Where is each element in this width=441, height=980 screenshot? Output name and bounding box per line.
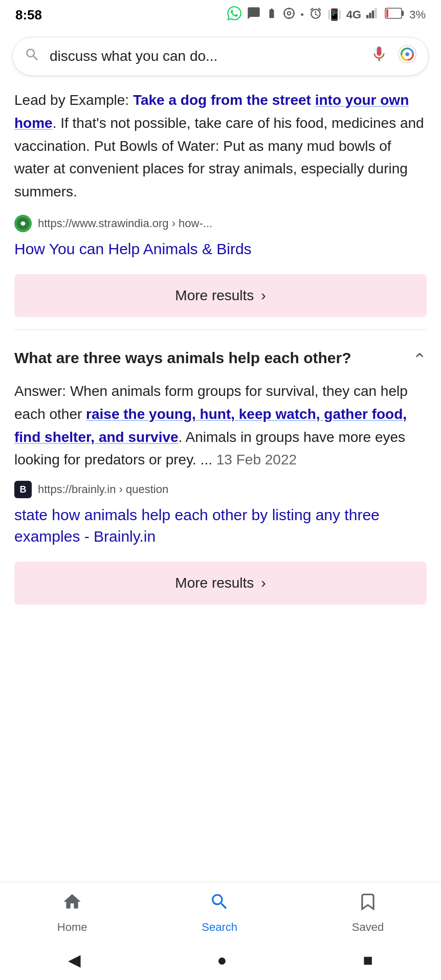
- faq-collapse-icon[interactable]: ⌃: [412, 349, 427, 370]
- google-lens-icon[interactable]: [398, 44, 417, 68]
- result1-body: . If that's not possible, take care of h…: [14, 115, 424, 199]
- svg-rect-3: [369, 13, 371, 18]
- svg-point-10: [405, 52, 409, 56]
- search-nav-icon: [209, 892, 230, 917]
- faq-source-row: B https://brainly.in › question: [14, 481, 427, 498]
- recents-button[interactable]: ■: [363, 951, 373, 970]
- result1-prefix: Lead by Example:: [14, 92, 133, 108]
- whatsapp-icon: [227, 6, 241, 24]
- faq-favicon: B: [14, 481, 32, 498]
- svg-rect-8: [386, 9, 388, 17]
- saved-icon: [358, 892, 378, 917]
- status-icons: • 📳 4G 3%: [227, 6, 426, 24]
- home-icon: [62, 892, 82, 917]
- search-nav-label: Search: [202, 921, 237, 934]
- result1-source-row: https://www.strawindia.org › how-...: [14, 215, 427, 232]
- battery-icon: [266, 8, 277, 22]
- voice-search-icon[interactable]: [370, 45, 388, 68]
- bottom-nav-saved[interactable]: Saved: [352, 892, 384, 934]
- battery-percent-text: 3%: [409, 8, 426, 21]
- battery-percent-icon: [385, 8, 404, 22]
- android-nav-bar: ◀ ● ■: [0, 941, 441, 980]
- status-bar: 8:58 • 📳: [0, 0, 441, 29]
- alarm-icon: [309, 7, 322, 23]
- section-divider: [14, 329, 427, 330]
- more-results-button-1[interactable]: More results ›: [14, 274, 427, 317]
- svg-rect-2: [366, 15, 368, 18]
- faq-question-row[interactable]: What are three ways animals help each ot…: [14, 342, 427, 380]
- faq-answer-date: 13 Feb 2022: [216, 452, 297, 467]
- bottom-nav-home[interactable]: Home: [57, 892, 87, 934]
- notification-dot: •: [301, 10, 304, 20]
- results-container: Lead by Example: Take a dog from the str…: [0, 84, 441, 605]
- faq-result-link[interactable]: state how animals help each other by lis…: [14, 504, 427, 547]
- bottom-nav-tabs: Home Search Saved: [0, 882, 441, 941]
- faq-question-text: What are three ways animals help each ot…: [14, 347, 402, 369]
- home-label: Home: [57, 921, 87, 934]
- messages-icon: [247, 6, 261, 24]
- more-results-button-2[interactable]: More results ›: [14, 562, 427, 605]
- vibrate-icon: 📳: [327, 8, 341, 21]
- result1-favicon: [14, 215, 32, 232]
- svg-point-1: [284, 8, 294, 18]
- svg-rect-4: [372, 11, 374, 18]
- faq-source-url: https://brainly.in › question: [38, 483, 168, 496]
- search-icon: [24, 47, 40, 66]
- result1-link[interactable]: How You can Help Animals & Birds: [14, 238, 427, 260]
- result1-highlight-take-dog: Take a dog from the street: [133, 92, 315, 108]
- svg-rect-7: [402, 11, 404, 16]
- svg-rect-5: [374, 8, 377, 18]
- svg-point-0: [287, 12, 291, 15]
- more-results-chevron-1: ›: [261, 287, 266, 304]
- status-time: 8:58: [15, 7, 42, 23]
- more-results-chevron-2: ›: [261, 575, 266, 591]
- signal-icon: 4G: [346, 8, 361, 21]
- bottom-nav-search[interactable]: Search: [202, 892, 237, 934]
- search-bar[interactable]: discuss what you can do...: [12, 37, 429, 76]
- back-button[interactable]: ◀: [68, 950, 81, 970]
- faq-item: What are three ways animals help each ot…: [14, 342, 427, 605]
- result1-snippet: Lead by Example: Take a dog from the str…: [14, 89, 427, 204]
- search-query-text: discuss what you can do...: [50, 48, 361, 64]
- saved-label: Saved: [352, 921, 384, 934]
- location-icon: [282, 7, 296, 23]
- more-results-label-1: More results: [175, 287, 254, 304]
- faq-answer-text: Answer: When animals form groups for sur…: [14, 380, 427, 472]
- more-results-label-2: More results: [175, 575, 254, 591]
- network-icon: [366, 8, 380, 22]
- svg-point-12: [21, 221, 25, 226]
- result1-source-url: https://www.strawindia.org › how-...: [38, 217, 212, 230]
- search-bar-container: discuss what you can do...: [0, 29, 441, 84]
- home-button[interactable]: ●: [217, 951, 227, 970]
- bottom-navigation: Home Search Saved ◀ ● ■: [0, 882, 441, 980]
